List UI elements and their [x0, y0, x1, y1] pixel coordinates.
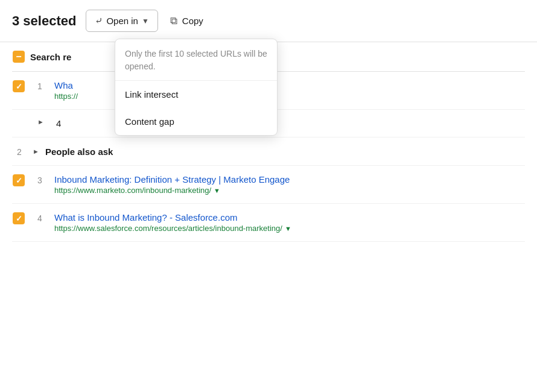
table-row: ✓ 4 What is Inbound Marketing? - Salesfo…: [12, 204, 525, 242]
copy-button[interactable]: ⧉ Copy: [168, 10, 206, 32]
row3-checkbox[interactable]: ✓: [12, 174, 25, 186]
paa-expand-icon[interactable]: ►: [33, 148, 39, 155]
row4-checkbox[interactable]: ✓: [12, 212, 25, 224]
row4-url: https://www.salesforce.com/resources/art…: [54, 224, 525, 233]
open-in-dropdown: Only the first 10 selected URLs will be …: [115, 39, 278, 136]
row3-content: Inbound Marketing: Definition + Strategy…: [54, 174, 525, 195]
expand-count: 4: [56, 118, 61, 128]
row1-url-text: https://: [54, 92, 78, 101]
dropdown-item-content-gap[interactable]: Content gap: [115, 108, 277, 135]
link-intersect-label: Link intersect: [125, 89, 178, 100]
open-in-icon: ⤶: [95, 15, 103, 27]
row1-index: 1: [33, 80, 47, 91]
people-also-ask-row: 2 ► People also ask: [12, 138, 525, 166]
copy-icon: ⧉: [170, 15, 177, 27]
dropdown-item-link-intersect[interactable]: Link intersect: [115, 81, 277, 108]
search-results-label: Search re: [30, 52, 71, 62]
people-also-ask-label: People also ask: [45, 147, 113, 157]
row4-url-chevron[interactable]: ▼: [285, 225, 291, 232]
row1-checkbox[interactable]: ✓: [12, 80, 25, 92]
expand-icon[interactable]: ►: [37, 118, 44, 125]
row3-title[interactable]: Inbound Marketing: Definition + Strategy…: [54, 174, 525, 185]
toolbar: 3 selected ⤶ Open in ▼ ⧉ Copy: [0, 0, 537, 42]
minus-checkbox: −: [13, 51, 25, 63]
row3-url: https://www.marketo.com/inbound-marketin…: [54, 186, 525, 195]
row3-url-text: https://www.marketo.com/inbound-marketin…: [54, 186, 211, 195]
content-gap-label: Content gap: [125, 116, 174, 127]
open-in-button[interactable]: ⤶ Open in ▼: [86, 10, 157, 32]
copy-label: Copy: [182, 16, 203, 26]
table-row: ✓ 3 Inbound Marketing: Definition + Stra…: [12, 166, 525, 204]
checked-checkbox: ✓: [13, 174, 25, 186]
header-checkbox[interactable]: −: [12, 51, 25, 63]
open-in-label: Open in: [106, 16, 138, 26]
row3-url-chevron[interactable]: ▼: [214, 187, 220, 194]
row4-url-text: https://www.salesforce.com/resources/art…: [54, 224, 282, 233]
row4-index: 4: [33, 212, 47, 223]
selected-count: 3 selected: [12, 13, 76, 29]
row4-content: What is Inbound Marketing? - Salesforce.…: [54, 212, 525, 233]
checked-checkbox: ✓: [13, 212, 25, 224]
dropdown-hint: Only the first 10 selected URLs will be …: [115, 39, 277, 81]
row3-index: 3: [33, 174, 47, 185]
row4-title[interactable]: What is Inbound Marketing? - Salesforce.…: [54, 212, 525, 223]
row2-index: 2: [12, 146, 27, 157]
chevron-down-icon: ▼: [142, 17, 149, 25]
checked-checkbox: ✓: [13, 80, 25, 92]
